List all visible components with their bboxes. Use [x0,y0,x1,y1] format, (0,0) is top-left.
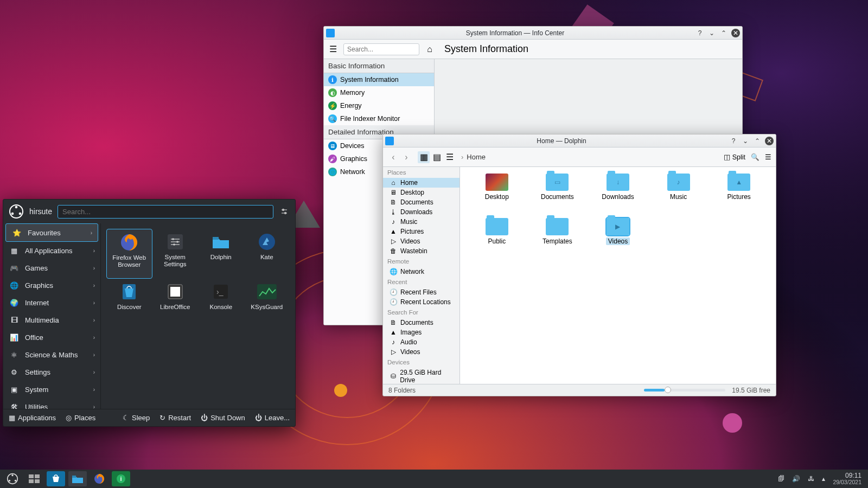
home-icon[interactable]: ⌂ [424,43,436,55]
split-button[interactable]: ◫ Split [724,153,745,161]
tray-volume-icon[interactable]: 🔊 [792,475,800,483]
places-music[interactable]: ♪Music [383,217,459,227]
category-settings[interactable]: ⚙Settings› [3,363,100,381]
category-science-maths[interactable]: ⚛Science & Maths› [3,346,100,363]
view-compact-icon[interactable]: ▤ [431,151,443,163]
places-documents[interactable]: 🗎Documents [383,197,459,207]
file-videos[interactable]: ▶Videos [588,218,648,262]
app-libreoffice[interactable]: LibreOffice [152,279,199,329]
places-recent-files[interactable]: 🕘Recent Files [383,287,459,297]
app-ksysguard[interactable]: KSysGuard [244,279,290,329]
file-music[interactable]: ♪Music [648,174,709,218]
launcher-search-input[interactable] [58,205,273,219]
tray-chevron-up-icon[interactable]: ▴ [822,475,825,483]
view-details-icon[interactable]: ☰ [444,151,456,163]
footer-places[interactable]: ◎ Places [66,414,95,422]
media-icon: 🎞 [9,314,20,325]
taskbar-infocenter-icon[interactable]: i [112,471,130,486]
places-desktop[interactable]: 🖥Desktop [383,188,459,197]
info-search-input[interactable] [343,43,419,55]
dolphin-file-grid[interactable]: Desktop▭Documents↓Downloads♪Music▲Pictur… [460,167,776,384]
category-all-applications[interactable]: ▦All Applications› [3,242,100,259]
places-documents[interactable]: 🗎Documents [383,318,459,328]
app-kate[interactable]: Kate [244,229,290,279]
breadcrumb[interactable]: Home [467,153,486,161]
places-images[interactable]: ▲Images [383,328,459,337]
places-videos[interactable]: ▷Videos [383,236,459,246]
footer-restart[interactable]: ↻ Restart [159,414,191,422]
info-heading: System Information [444,43,528,55]
app-system-settings[interactable]: System Settings [152,229,199,279]
taskbar-discover-icon[interactable] [47,471,65,486]
dolphin-titlebar[interactable]: Home — Dolphin ? ⌄ ⌃ ✕ [383,134,776,147]
launcher-settings-icon[interactable] [279,206,290,217]
info-item-energy[interactable]: ⚡Energy [324,99,434,112]
places-pictures[interactable]: ▲Pictures [383,227,459,236]
places-videos[interactable]: ▷Videos [383,347,459,357]
info-titlebar[interactable]: System Information — Info Center ? ⌄ ⌃ ✕ [324,27,742,40]
places-recent-locations[interactable]: 🕘Recent Locations [383,297,459,307]
close-icon[interactable]: ✕ [765,137,774,145]
places-network[interactable]: 🌐Network [383,267,459,277]
back-icon[interactable]: ‹ [387,151,399,163]
info-item-system-information[interactable]: ℹSystem Information [324,73,434,86]
category-graphics[interactable]: 🌐Graphics› [3,277,100,294]
maximize-icon[interactable]: ⌃ [719,29,728,37]
places-home[interactable]: ⌂Home [383,178,459,188]
taskbar-firefox-icon[interactable] [90,471,108,486]
app-konsole[interactable]: ›_Konsole [198,279,244,329]
file-desktop[interactable]: Desktop [467,174,527,218]
file-templates[interactable]: Templates [527,218,588,262]
free-space: 19.5 GiB free [732,387,770,394]
svg-rect-53 [72,476,76,478]
hamburger-icon[interactable]: ☰ [327,43,339,55]
category-games[interactable]: 🎮Games› [3,259,100,277]
file-documents[interactable]: ▭Documents [527,174,588,218]
info-item-file-indexer-monitor[interactable]: 🔍File Indexer Monitor [324,112,434,125]
desktop-icon: 🖥 [390,189,397,196]
category-favourites[interactable]: ⭐Favourites› [5,223,98,242]
footer-leave[interactable]: ⏻ Leave... [255,414,290,422]
places-audio[interactable]: ♪Audio [383,337,459,347]
help-icon[interactable]: ? [729,137,738,145]
app-firefox-web-browser[interactable]: Firefox Web Browser [106,229,152,279]
tray-network-icon[interactable]: 🖧 [808,475,814,483]
forward-icon[interactable]: › [400,151,412,163]
taskbar-desktops-icon[interactable] [25,471,43,486]
file-public[interactable]: Public [467,218,527,262]
footer-shutdown[interactable]: ⏻ Shut Down [201,414,245,422]
footer-sleep[interactable]: ☾ Sleep [123,414,150,422]
folder-icon: ▭ [546,174,569,191]
info-group-header: Basic Information [324,59,434,73]
places-wastebin[interactable]: 🗑Wastebin [383,246,459,256]
taskbar-launcher-icon[interactable] [3,471,22,486]
places-group-header: Recent [383,277,459,287]
category-multimedia[interactable]: 🎞Multimedia› [3,311,100,329]
footer-applications[interactable]: ▦ Applications [9,414,56,422]
places--gib-hard-drive[interactable]: ⛁29.5 GiB Hard Drive [383,368,459,384]
hamburger-icon[interactable]: ☰ [765,153,771,161]
dolphin-app-icon [385,137,394,145]
tray-clock[interactable]: 09:11 29/03/2021 [833,472,861,486]
disk-usage-gauge[interactable] [644,389,725,391]
maximize-icon[interactable]: ⌃ [753,137,762,145]
minimize-icon[interactable]: ⌄ [741,137,750,145]
taskbar-dolphin-icon[interactable] [68,471,87,486]
view-icons-icon[interactable]: ▦ [418,151,430,163]
category-utilities[interactable]: 🛠Utilities› [3,398,100,409]
minimize-icon[interactable]: ⌄ [707,29,716,37]
search-icon[interactable]: 🔍 [751,153,760,161]
category-system[interactable]: ▣System› [3,381,100,398]
info-item-memory[interactable]: ◐Memory [324,86,434,99]
places-downloads[interactable]: ⭳Downloads [383,207,459,217]
category-office[interactable]: 📊Office› [3,329,100,346]
app-dolphin[interactable]: Dolphin [198,229,244,279]
app-discover[interactable]: Discover [106,279,152,329]
file-downloads[interactable]: ↓Downloads [588,174,648,218]
tray-clipboard-icon[interactable]: 🗐 [778,475,784,483]
close-icon[interactable]: ✕ [731,29,740,37]
dolphin-sidebar: Places⌂Home🖥Desktop🗎Documents⭳Downloads♪… [383,167,460,384]
help-icon[interactable]: ? [695,29,704,37]
file-pictures[interactable]: ▲Pictures [709,174,769,218]
category-internet[interactable]: 🌍Internet› [3,294,100,311]
